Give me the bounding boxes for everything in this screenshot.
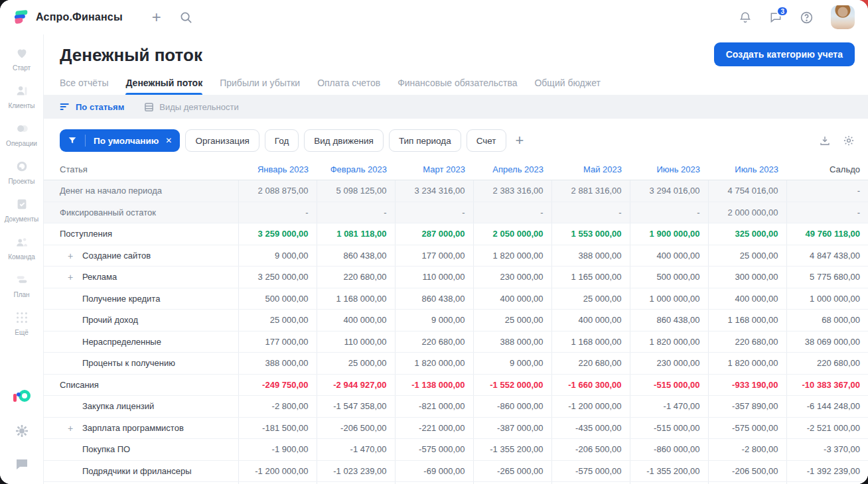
cell-value: 25 000,00 bbox=[708, 245, 786, 267]
sidebar-item-ещё[interactable]: Ещё bbox=[0, 304, 43, 342]
row-label: Покупка ПО bbox=[44, 439, 238, 461]
sidebar-item-документы[interactable]: Документы bbox=[0, 191, 43, 229]
notifications-bell-icon[interactable] bbox=[739, 11, 752, 24]
table-row[interactable]: Денег на начало периода2 088 875,005 098… bbox=[44, 180, 868, 202]
tab-все-отчёты[interactable]: Все отчёты bbox=[60, 74, 108, 95]
cell-value: - bbox=[238, 202, 317, 223]
subtab-label: Виды деятельности bbox=[159, 102, 238, 112]
filter-chip-счет[interactable]: Счет bbox=[467, 129, 506, 152]
table-row[interactable]: Получение кредита500 000,001 168 000,008… bbox=[44, 288, 868, 310]
subtab-виды-деятельности[interactable]: Виды деятельности bbox=[144, 102, 238, 112]
cell-value: -249 750,00 bbox=[238, 374, 317, 396]
chat-unread-badge: 3 bbox=[776, 6, 788, 17]
sidebar-item-план[interactable]: План bbox=[0, 267, 43, 304]
sidebar-item-клиенты[interactable]: Клиенты bbox=[0, 78, 43, 115]
sidebar-item-проекты[interactable]: Проекты bbox=[0, 153, 43, 191]
table-row[interactable]: Поступления3 259 000,001 081 118,00287 0… bbox=[44, 223, 868, 245]
create-category-button[interactable]: Создать категорию учета bbox=[714, 42, 855, 66]
cell-value: -435 000,00 bbox=[551, 417, 630, 439]
cell-value: - bbox=[786, 180, 868, 202]
subtab-по-статьям[interactable]: По статьям bbox=[60, 102, 124, 112]
tab-денежный-поток[interactable]: Денежный поток bbox=[125, 74, 202, 95]
table-row[interactable]: +Создание сайтов9 000,00860 438,00177 00… bbox=[44, 245, 868, 267]
table-row[interactable]: Покупка ПО-1 900,00-1 470,00-575 000,00-… bbox=[44, 439, 868, 461]
filter-chip-организация[interactable]: Организация bbox=[185, 129, 259, 152]
cell-value: 400 000,00 bbox=[630, 245, 708, 267]
search-icon[interactable] bbox=[180, 11, 192, 24]
column-month[interactable]: Январь 2023 bbox=[238, 158, 317, 180]
cell-value: 325 000,00 bbox=[708, 223, 786, 245]
expand-plus-icon[interactable]: + bbox=[68, 423, 74, 434]
cell-value: 1 168 000,00 bbox=[708, 310, 786, 332]
row-label: Поступления bbox=[44, 223, 238, 245]
cell-value: 1 820 000,00 bbox=[395, 353, 473, 375]
row-label: Проценты к получению bbox=[44, 353, 238, 375]
cell-value: - bbox=[630, 202, 708, 223]
table-row[interactable]: +Реклама3 250 000,00220 680,00110 000,00… bbox=[44, 267, 868, 288]
column-month[interactable]: Февраль 2023 bbox=[317, 158, 395, 180]
table-row[interactable]: Прочий доход25 000,00400 000,009 000,002… bbox=[44, 310, 868, 332]
sidebar-item-операции[interactable]: Операции bbox=[0, 115, 43, 153]
filter-chip-вид-движения[interactable]: Вид движения bbox=[304, 129, 384, 152]
sidebar: СтартКлиентыОперацииПроектыДокументыКома… bbox=[0, 34, 44, 484]
expand-plus-icon[interactable]: + bbox=[68, 272, 74, 282]
subtab-label: По статьям bbox=[76, 102, 124, 112]
cell-value: -69 000,00 bbox=[395, 460, 473, 482]
cell-value: 1 165 000,00 bbox=[551, 267, 630, 288]
settings-icon[interactable] bbox=[14, 423, 30, 439]
documents-icon bbox=[15, 197, 29, 213]
add-filter-icon[interactable]: + bbox=[512, 133, 528, 148]
cell-value: -515 000,00 bbox=[630, 417, 708, 439]
active-filter-label: По умолчанию bbox=[86, 136, 163, 146]
cell-value: 4 847 438,00 bbox=[786, 245, 868, 267]
column-month[interactable]: Апрель 2023 bbox=[473, 158, 551, 180]
aspro-logo-icon[interactable] bbox=[13, 389, 31, 406]
cell-value: 177 000,00 bbox=[395, 245, 473, 267]
support-chat-icon[interactable] bbox=[14, 456, 30, 472]
create-plus-icon[interactable]: + bbox=[152, 8, 161, 27]
filter-chip-тип-периода[interactable]: Тип периода bbox=[389, 129, 461, 152]
team-icon bbox=[15, 235, 29, 251]
filter-chips: ОрганизацияГодВид движенияТип периодаСче… bbox=[185, 129, 506, 152]
active-filter-chip[interactable]: По умолчанию ✕ bbox=[60, 129, 180, 152]
column-month[interactable]: Май 2023 bbox=[551, 158, 630, 180]
cell-value: -265 000,00 bbox=[473, 460, 551, 482]
cell-value: 1 900 000,00 bbox=[630, 223, 708, 245]
cell-value: -1 547 358,00 bbox=[317, 482, 395, 484]
table-row[interactable]: Проценты к получению388 000,0025 000,001… bbox=[44, 353, 868, 375]
column-month[interactable]: Июнь 2023 bbox=[630, 158, 708, 180]
help-icon[interactable] bbox=[800, 11, 814, 25]
row-label: Получение кредита bbox=[44, 288, 238, 310]
table-row[interactable]: Нераспределенные177 000,00110 000,00220 … bbox=[44, 331, 868, 353]
export-download-icon[interactable] bbox=[819, 135, 831, 147]
cell-value: 400 000,00 bbox=[473, 288, 551, 310]
cell-value: -2 800,00 bbox=[238, 396, 317, 418]
remove-filter-icon[interactable]: ✕ bbox=[163, 136, 180, 145]
tab-финансовые-обязательства[interactable]: Финансовые обязательства bbox=[398, 74, 517, 95]
sidebar-item-label: Операции bbox=[6, 140, 37, 147]
cell-value: 220 680,00 bbox=[395, 331, 473, 353]
cell-value: -3 370,00 bbox=[786, 439, 868, 461]
table-row[interactable]: +Зарплата программистов-181 500,00-206 5… bbox=[44, 417, 868, 439]
tab-прибыли-и-убытки[interactable]: Прибыли и убытки bbox=[220, 74, 300, 95]
start-heart-icon bbox=[15, 46, 29, 62]
column-month[interactable]: Март 2023 bbox=[395, 158, 473, 180]
cell-value: 220 680,00 bbox=[317, 267, 395, 288]
expand-plus-icon[interactable]: + bbox=[68, 251, 74, 261]
cell-value: -821 000,00 bbox=[395, 482, 473, 484]
sidebar-item-команда[interactable]: Команда bbox=[0, 229, 43, 267]
table-settings-gear-icon[interactable] bbox=[843, 135, 855, 147]
tab-общий-бюджет[interactable]: Общий бюджет bbox=[534, 74, 600, 95]
table-row[interactable]: Фиксированный остаток------2 000 000,00- bbox=[44, 202, 868, 223]
sidebar-item-label: Ещё bbox=[15, 329, 28, 336]
tab-оплата-счетов[interactable]: Оплата счетов bbox=[317, 74, 380, 95]
user-avatar[interactable] bbox=[831, 5, 855, 29]
cell-value: 110 000,00 bbox=[395, 267, 473, 288]
table-row[interactable]: Закупка лицензий-2 800,00-1 547 358,00-8… bbox=[44, 396, 868, 418]
table-row[interactable]: Списания-249 750,00-2 944 927,00-1 138 0… bbox=[44, 374, 868, 396]
table-row[interactable]: Подрядчики и фрилансеры-1 200 000,00-1 0… bbox=[44, 460, 868, 482]
filter-chip-год[interactable]: Год bbox=[265, 129, 299, 152]
column-month[interactable]: Июль 2023 bbox=[708, 158, 786, 180]
sidebar-item-старт[interactable]: Старт bbox=[0, 40, 43, 78]
table-row[interactable]: +Зарплата программистов-2 800,00-1 547 3… bbox=[44, 482, 868, 484]
